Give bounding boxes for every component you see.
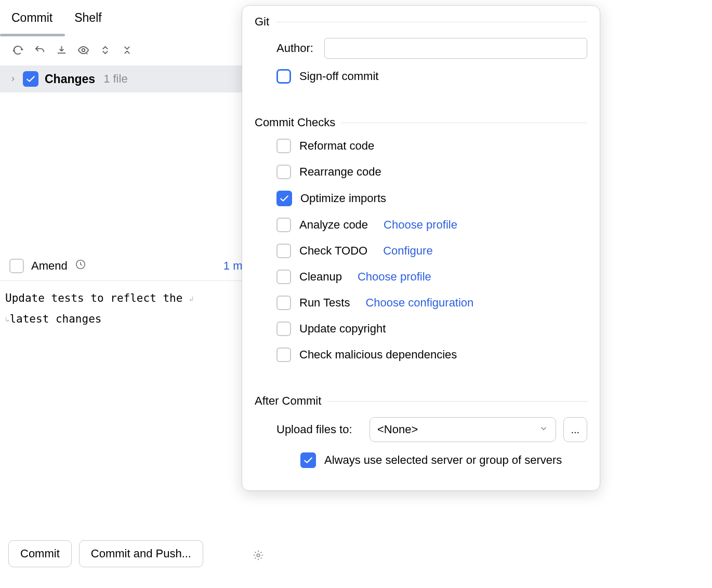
after-commit-title: After Commit (255, 394, 321, 408)
analyze-label: Analyze code (299, 218, 368, 232)
analyze-link[interactable]: Choose profile (384, 218, 457, 232)
todo-label: Check TODO (299, 244, 367, 258)
gear-icon[interactable] (253, 550, 264, 564)
tab-shelf[interactable]: Shelf (73, 11, 102, 25)
amend-label: Amend (31, 259, 68, 273)
upload-row: Upload files to: <None> ... (255, 417, 587, 442)
commit-button[interactable]: Commit (8, 540, 72, 567)
cleanup-checkbox[interactable] (276, 270, 291, 284)
toolbar (0, 35, 270, 65)
soft-wrap-icon: ↲ (189, 295, 193, 303)
always-server-checkbox[interactable] (300, 452, 316, 468)
eye-icon[interactable] (76, 43, 90, 57)
upload-select[interactable]: <None> (370, 417, 556, 442)
after-commit-header: After Commit (255, 394, 587, 408)
svg-point-0 (82, 48, 85, 51)
commit-message-input[interactable]: Update tests to reflect the ↲ ↳latest ch… (0, 280, 270, 337)
upload-value: <None> (377, 423, 418, 436)
todo-link[interactable]: Configure (383, 244, 432, 258)
reformat-checkbox[interactable] (276, 139, 291, 153)
upload-more-button[interactable]: ... (563, 417, 587, 442)
download-icon[interactable] (54, 43, 69, 57)
cleanup-link[interactable]: Choose profile (358, 270, 431, 284)
git-section-header: Git (255, 15, 587, 29)
optimize-label: Optimize imports (300, 192, 386, 205)
tab-bar: Commit Shelf (0, 0, 270, 35)
todo-checkbox[interactable] (276, 244, 291, 258)
bottom-bar: Commit Commit and Push... (0, 519, 270, 588)
amend-row: Amend 1 modif (0, 259, 270, 273)
commit-options-popup: Git Author: Sign-off commit Commit Check… (242, 5, 600, 491)
collapse-all-icon[interactable] (120, 43, 134, 57)
svg-point-2 (257, 554, 260, 557)
reformat-label: Reformat code (299, 139, 374, 153)
amend-checkbox[interactable] (9, 259, 24, 273)
chevron-right-icon[interactable] (9, 72, 17, 86)
rearrange-label: Rearrange code (299, 165, 381, 179)
malicious-checkbox[interactable] (276, 348, 291, 362)
tab-commit[interactable]: Commit (10, 11, 54, 25)
expand-all-icon[interactable] (98, 43, 112, 57)
chevron-down-icon (539, 423, 548, 436)
changes-row[interactable]: Changes 1 file (0, 65, 270, 92)
author-input[interactable] (324, 38, 587, 59)
upload-label: Upload files to: (276, 423, 362, 436)
rearrange-checkbox[interactable] (276, 165, 291, 179)
commit-checks-title: Commit Checks (255, 116, 335, 129)
undo-icon[interactable] (32, 43, 47, 57)
cleanup-label: Cleanup (299, 270, 342, 284)
copyright-label: Update copyright (299, 322, 386, 336)
optimize-checkbox[interactable] (276, 191, 292, 206)
author-label: Author: (276, 42, 317, 55)
changes-label: Changes (45, 72, 95, 86)
analyze-checkbox[interactable] (276, 218, 291, 232)
author-row: Author: (255, 38, 587, 59)
changes-count: 1 file (103, 72, 127, 86)
signoff-checkbox[interactable] (276, 69, 291, 84)
commit-panel: Commit Shelf Changes 1 file (0, 0, 270, 519)
runtests-checkbox[interactable] (276, 296, 291, 310)
git-title: Git (255, 15, 269, 29)
history-icon[interactable] (75, 259, 86, 273)
runtests-label: Run Tests (299, 296, 350, 310)
commit-checks-header: Commit Checks (255, 116, 587, 129)
copyright-checkbox[interactable] (276, 322, 291, 336)
always-server-label: Always use selected server or group of s… (324, 453, 562, 467)
changes-checkbox[interactable] (23, 71, 38, 87)
refresh-icon[interactable] (10, 43, 25, 57)
runtests-link[interactable]: Choose configuration (365, 296, 473, 310)
commit-and-push-button[interactable]: Commit and Push... (79, 540, 203, 567)
signoff-label: Sign-off commit (299, 70, 378, 83)
malicious-label: Check malicious dependencies (299, 348, 457, 362)
